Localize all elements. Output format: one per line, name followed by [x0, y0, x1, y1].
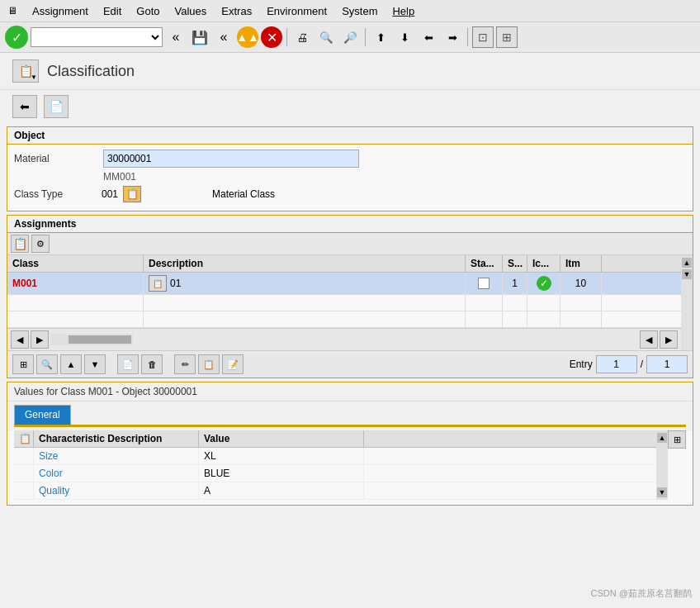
- menu-assignment[interactable]: Assignment: [26, 3, 95, 19]
- menu-values[interactable]: Values: [168, 3, 214, 19]
- table-detail-btn[interactable]: 📄: [117, 354, 139, 374]
- hscroll-left[interactable]: ◀: [11, 330, 29, 349]
- td-checkbox[interactable]: [478, 278, 490, 289]
- menu-environment[interactable]: Environment: [260, 3, 333, 19]
- up-btn[interactable]: ⬆: [370, 26, 391, 48]
- td-desc-empty2: [144, 311, 466, 327]
- sep3: [467, 28, 468, 46]
- table-edit2-btn[interactable]: 📋: [198, 354, 220, 374]
- table-vscroll: ▲ ▼: [681, 255, 693, 350]
- table-edit1-btn[interactable]: ✏: [174, 354, 196, 374]
- scroll-down[interactable]: ▼: [682, 269, 692, 279]
- td-class-empty2: [7, 311, 144, 327]
- prev-btn[interactable]: ▲▲: [237, 26, 258, 48]
- table-row[interactable]: [7, 295, 681, 311]
- print-btn[interactable]: 🖨: [291, 26, 313, 48]
- table-edit3-btn[interactable]: 📝: [222, 354, 244, 374]
- object-header: Object: [7, 127, 693, 145]
- td-desc-empty: [144, 295, 466, 311]
- find-next-btn[interactable]: 🔎: [339, 26, 361, 48]
- class-type-label: Class Type: [14, 188, 97, 200]
- menu-help[interactable]: Help: [385, 3, 421, 19]
- cd-charval-2: BLUE: [199, 465, 364, 482]
- cd-charval-3: A: [199, 482, 364, 499]
- char-table: 📋 Characteristic Description Value Size …: [7, 430, 693, 505]
- entry-label: Entry: [570, 359, 593, 370]
- page-title-bar: 📋 ▼ Classification: [0, 53, 700, 90]
- td-sta: [466, 273, 503, 294]
- th-desc: Description: [144, 255, 466, 272]
- action-icon-1[interactable]: ⬅: [12, 95, 37, 118]
- stop-btn[interactable]: ✕: [261, 26, 282, 48]
- assignments-section: Assignments 📋 ⚙ Class Description Sta...…: [7, 215, 693, 378]
- table-delete-btn[interactable]: 🗑: [141, 354, 163, 374]
- table-down-btn[interactable]: ▼: [84, 354, 106, 374]
- hscroll-bar[interactable]: [50, 334, 133, 345]
- object-body: Material MM001 Class Type 001 📋 Material…: [7, 145, 693, 211]
- save-btn[interactable]: 💾: [189, 26, 210, 48]
- cd-charname-2: Color: [34, 465, 199, 482]
- entry-total-input[interactable]: [646, 355, 688, 373]
- command-field[interactable]: [31, 27, 163, 47]
- values-section: Values for Class M001 - Object 30000001 …: [7, 382, 693, 506]
- table-append-btn[interactable]: ⊞: [12, 354, 34, 374]
- th-itm: Itm: [560, 255, 602, 272]
- char-scroll-up[interactable]: ▲: [657, 433, 667, 443]
- entry-slash: /: [641, 359, 643, 370]
- char-row[interactable]: Size XL: [14, 448, 656, 465]
- find-btn[interactable]: 🔍: [315, 26, 337, 48]
- table-find-btn[interactable]: 🔍: [36, 354, 58, 374]
- confirm-button[interactable]: ✓: [5, 26, 28, 49]
- table-row[interactable]: M001 📋 01 1 ✓ 10: [7, 273, 681, 295]
- vscroll-right2[interactable]: ▶: [660, 330, 678, 349]
- right-btn[interactable]: ➡: [442, 26, 463, 48]
- table-toolbar: 📋 ⚙: [7, 233, 693, 255]
- menu-extras[interactable]: Extras: [215, 3, 258, 19]
- char-row[interactable]: Color BLUE: [14, 465, 656, 482]
- table-nav: ⊞ 🔍 ▲ ▼ 📄 🗑 ✏ 📋 📝 Entry /: [7, 350, 693, 378]
- td-itm-empty: [560, 295, 602, 311]
- th-ic: Ic...: [527, 255, 560, 272]
- tab-bar: General: [7, 401, 693, 425]
- td-desc-val: 01: [170, 278, 181, 289]
- back-btn[interactable]: «: [165, 26, 187, 48]
- hscroll-row: ◀ ▶ ◀ ▶: [7, 328, 681, 350]
- action-icon-2[interactable]: 📄: [44, 95, 69, 118]
- td-ic-empty2: [527, 311, 560, 327]
- td-s-empty: [503, 295, 527, 311]
- menu-goto[interactable]: Goto: [130, 3, 166, 19]
- down-btn[interactable]: ⬇: [394, 26, 415, 48]
- table-settings-btn[interactable]: ⚙: [31, 235, 50, 253]
- char-row[interactable]: Quality A: [14, 482, 656, 500]
- td-itm: 10: [560, 273, 602, 294]
- class-type-icon[interactable]: 📋: [123, 186, 141, 202]
- char-settings-btn[interactable]: ⊞: [668, 430, 686, 449]
- menu-edit[interactable]: Edit: [97, 3, 128, 19]
- left-btn[interactable]: ⬅: [418, 26, 439, 48]
- table-row[interactable]: [7, 311, 681, 328]
- layout-btn1[interactable]: ⊡: [472, 26, 494, 48]
- entry-current-input[interactable]: [596, 355, 637, 373]
- td-desc: 📋 01: [144, 273, 466, 294]
- layout-btn2[interactable]: ⊞: [496, 26, 518, 48]
- first-btn[interactable]: «: [213, 26, 234, 48]
- td-sta-empty: [466, 295, 503, 311]
- object-section: Object Material MM001 Class Type 001 📋 M…: [7, 126, 693, 211]
- th-class: Class: [7, 255, 144, 272]
- ch-charval: Value: [199, 430, 364, 447]
- sep1: [286, 28, 287, 46]
- hscroll-nav: ◀ ▶: [11, 330, 133, 349]
- vscroll-arrows-right: ◀ ▶: [640, 330, 678, 349]
- cd-charval-1: XL: [199, 448, 364, 464]
- material-input[interactable]: [103, 150, 359, 168]
- material-label: Material: [14, 153, 97, 164]
- desc-icon: 📋: [149, 275, 167, 292]
- tab-general[interactable]: General: [14, 405, 71, 425]
- vscroll-left[interactable]: ◀: [640, 330, 658, 349]
- char-scroll-down[interactable]: ▼: [657, 487, 667, 497]
- hscroll-right[interactable]: ▶: [31, 330, 49, 349]
- table-up-btn[interactable]: ▲: [60, 354, 82, 374]
- menu-system[interactable]: System: [335, 3, 384, 19]
- action-bar: ⬅ 📄: [0, 90, 700, 123]
- scroll-up[interactable]: ▲: [682, 258, 692, 268]
